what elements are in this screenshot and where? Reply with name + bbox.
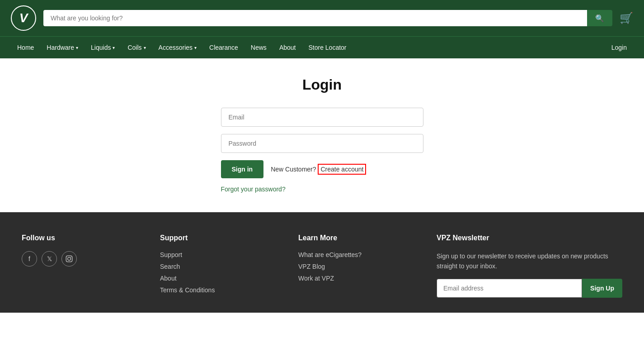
chevron-down-icon: ▾ [194,45,197,50]
chevron-down-icon: ▾ [144,45,146,50]
twitter-icon[interactable]: 𝕏 [42,251,57,267]
footer-link-work[interactable]: Work at VPZ [298,275,422,282]
newsletter-email-input[interactable] [437,279,582,298]
nav-item-coils[interactable]: Coils ▾ [121,37,152,58]
form-actions: Sign in New Customer? Create account [221,160,423,178]
create-account-link[interactable]: Create account [318,164,366,175]
footer-learn-title: Learn More [298,234,422,242]
newsletter-description: Sign up to our newsletter to receive upd… [437,251,622,271]
nav-item-liquids[interactable]: Liquids ▾ [85,37,121,58]
nav-item-accessories[interactable]: Accessories ▾ [152,37,203,58]
footer-link-blog[interactable]: VPZ Blog [298,263,422,270]
footer-link-ecigarettes[interactable]: What are eCigarettes? [298,251,422,258]
facebook-icon[interactable]: f [22,251,37,267]
footer-link-terms[interactable]: Terms & Conditions [160,286,284,294]
newsletter-sign-up-button[interactable]: Sign Up [582,279,622,298]
sign-in-button[interactable]: Sign in [221,160,264,178]
chevron-down-icon: ▾ [76,45,78,50]
logo-letter: V [19,11,28,25]
nav-login-link[interactable]: Login [605,37,633,58]
nav-item-hardware[interactable]: Hardware ▾ [40,37,85,58]
forgot-password-link[interactable]: Forgot your password? [221,186,423,193]
main-nav: Home Hardware ▾ Liquids ▾ Coils ▾ Access… [0,36,644,58]
footer-support-title: Support [160,234,284,242]
instagram-icon[interactable] [61,251,77,267]
cart-icon[interactable]: 🛒 [620,12,633,24]
nav-item-home[interactable]: Home [11,37,40,58]
page-title: Login [302,76,342,93]
svg-point-2 [71,257,71,257]
chevron-down-icon: ▾ [113,45,115,50]
footer-learn-more: Learn More What are eCigarettes? VPZ Blo… [298,234,422,298]
footer-link-search[interactable]: Search [160,263,284,270]
search-input[interactable] [43,10,587,26]
footer-newsletter: VPZ Newsletter Sign up to our newsletter… [437,234,622,298]
social-icons: f 𝕏 [22,251,146,267]
search-button[interactable]: 🔍 [587,10,612,26]
new-customer-text: New Customer? Create account [271,166,366,173]
password-field[interactable] [221,134,423,153]
footer: Follow us f 𝕏 Support Support Search Abo… [0,212,644,313]
search-bar: 🔍 [43,10,612,26]
nav-item-store-locator[interactable]: Store Locator [302,37,353,58]
nav-item-about[interactable]: About [273,37,302,58]
main-content: Login Sign in New Customer? Create accou… [0,58,644,212]
svg-rect-0 [66,256,72,262]
email-field[interactable] [221,108,423,127]
footer-link-about[interactable]: About [160,275,284,282]
header: V 🔍 🛒 [0,0,644,36]
nav-item-news[interactable]: News [244,37,273,58]
logo[interactable]: V [11,5,36,31]
svg-point-1 [68,257,71,261]
footer-newsletter-title: VPZ Newsletter [437,234,622,242]
footer-support: Support Support Search About Terms & Con… [160,234,284,298]
footer-link-support[interactable]: Support [160,251,284,258]
newsletter-form: Sign Up [437,279,622,298]
footer-follow-title: Follow us [22,234,146,242]
footer-follow-us: Follow us f 𝕏 [22,234,146,298]
nav-item-clearance[interactable]: Clearance [203,37,244,58]
login-form: Sign in New Customer? Create account For… [221,108,423,193]
